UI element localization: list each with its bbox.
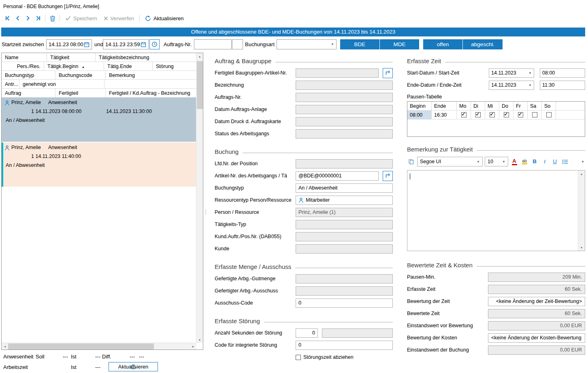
column-header-taetigkeitsbezeichnung[interactable]: Tätigkeitsbezeichnung: [96, 53, 196, 62]
last-record-button[interactable]: [33, 13, 43, 23]
grid-vertical-scrollbar[interactable]: ▲ ▼: [196, 53, 203, 343]
scroll-down-icon[interactable]: ▼: [196, 337, 203, 343]
stoerung-sekunden-input[interactable]: 0: [296, 328, 318, 338]
font-color-button[interactable]: A: [510, 157, 518, 166]
bullet-list-icon[interactable]: [561, 157, 569, 166]
column-header-taetigkeit[interactable]: Tätigkeit: [47, 53, 96, 62]
pausen-row[interactable]: 08:00 16:30: [407, 111, 585, 119]
artikel-nr-arbeitsgang-input[interactable]: @BDE@00000001: [296, 171, 379, 181]
time-filter-button[interactable]: [149, 39, 160, 49]
toolbar-overflow-icon[interactable]: ▼: [581, 160, 584, 164]
abgeschl-toggle-button[interactable]: abgeschl.: [463, 39, 503, 49]
editor-vertical-scrollbar[interactable]: ▲ ▼: [578, 171, 585, 251]
pause-sa-cell[interactable]: [528, 111, 542, 119]
column-header-taetigk-beginn[interactable]: Tätigk.Beginn▲: [44, 62, 104, 71]
mi-checkbox[interactable]: [490, 112, 495, 117]
column-header-pers-res[interactable]: Pers./Res.: [2, 62, 44, 71]
bold-button[interactable]: B: [530, 157, 539, 166]
pause-col-mi[interactable]: Mi: [485, 102, 499, 111]
refresh-button[interactable]: Aktualisieren: [142, 13, 187, 23]
ressourcentyp-select[interactable]: Mitarbeiter: [296, 196, 393, 205]
buchungstyp-input[interactable]: An / Abwesenheit: [296, 183, 393, 193]
start-time-input[interactable]: 08:00: [540, 68, 585, 78]
bde-toggle-button[interactable]: BDE: [340, 39, 379, 49]
column-header-name[interactable]: Name: [2, 53, 47, 62]
booking-row[interactable]: Prinz, Amelie Anwesenheit 1 14.11.2023 0…: [2, 98, 196, 142]
pause-so-cell[interactable]: [542, 111, 556, 119]
pause-beginn-cell[interactable]: 08:00: [407, 111, 432, 119]
highlight-button[interactable]: ab: [520, 157, 528, 166]
discard-button[interactable]: Verwerfen: [100, 13, 138, 23]
column-header-bemerkung[interactable]: Bemerkung: [106, 71, 196, 80]
summary-refresh-button[interactable]: Aktualisieren: [109, 362, 158, 371]
save-button[interactable]: Speichern: [62, 13, 100, 23]
fr-checkbox[interactable]: [518, 112, 523, 117]
delete-button[interactable]: [47, 13, 58, 23]
scroll-left-icon[interactable]: ◄: [2, 343, 8, 350]
pause-do-cell[interactable]: [499, 111, 513, 119]
scroll-right-icon[interactable]: ►: [190, 343, 196, 350]
stoerung-code-input[interactable]: 0: [296, 341, 393, 350]
pause-mo-cell[interactable]: [457, 111, 471, 119]
pause-di-cell[interactable]: [471, 111, 485, 119]
panel-splitter[interactable]: ⋮: [204, 202, 208, 221]
auftrags-nr-input[interactable]: [194, 39, 232, 49]
booking-row[interactable]: Prinz, Amelie Anwesenheit 1 14.11.2023 1…: [2, 143, 196, 187]
calendar-icon[interactable]: [84, 42, 89, 47]
column-header-fertigteil[interactable]: Fertigteil: [55, 89, 106, 98]
scroll-up-icon[interactable]: ▲: [578, 171, 585, 177]
ausschuss-code-input[interactable]: 0: [296, 298, 393, 308]
start-datetime-input[interactable]: 14.11.23 08:00: [46, 39, 92, 49]
column-header-genehmigt-von[interactable]: genehmigt von: [19, 80, 104, 89]
first-record-button[interactable]: [2, 13, 13, 23]
underline-button[interactable]: U: [551, 157, 559, 166]
buchungsart-select[interactable]: ▼: [277, 39, 337, 49]
jump-to-button[interactable]: [383, 68, 393, 78]
column-header-auftrag[interactable]: Auftrag: [2, 89, 55, 98]
pause-col-so[interactable]: So: [542, 102, 556, 111]
scrollbar-thumb[interactable]: [197, 61, 203, 109]
jump-to-button[interactable]: [383, 171, 393, 181]
auftrags-nr-suffix-input[interactable]: [232, 39, 243, 49]
paste-icon[interactable]: [407, 157, 415, 166]
end-datetime-input[interactable]: 14.11.23 23:59: [103, 39, 149, 49]
do-checkbox[interactable]: [504, 112, 509, 117]
pause-fr-cell[interactable]: [513, 111, 528, 119]
pause-col-sa[interactable]: Sa: [528, 102, 542, 111]
column-header-buchungstyp[interactable]: Buchungstyp: [2, 71, 55, 80]
remark-editor[interactable]: ▲ ▼: [407, 170, 585, 251]
pause-col-do[interactable]: Do: [499, 102, 513, 111]
column-header-taetig-ende[interactable]: Tätig.Ende: [104, 62, 153, 71]
end-time-input[interactable]: 11:30: [540, 81, 585, 90]
offen-toggle-button[interactable]: offen: [423, 39, 462, 49]
stoerungszeit-checkbox[interactable]: [296, 355, 301, 360]
pause-mi-cell[interactable]: [485, 111, 499, 119]
column-header-fertigteil-bezeichnung[interactable]: Fertigteil / Kd.Auftrag - Bezeichnung: [106, 89, 196, 98]
next-record-button[interactable]: [23, 13, 33, 23]
pause-col-di[interactable]: Di: [471, 102, 485, 111]
pause-col-beginn[interactable]: Beginn: [407, 102, 432, 111]
pause-col-ende[interactable]: Ende: [432, 102, 457, 111]
italic-button[interactable]: I: [541, 157, 549, 166]
column-header-antrag[interactable]: Antr...: [2, 80, 19, 89]
mo-checkbox[interactable]: [461, 112, 467, 117]
font-size-select[interactable]: 10▼: [485, 157, 508, 166]
grid-horizontal-scrollbar[interactable]: ◄ ►: [2, 343, 196, 350]
pause-ende-cell[interactable]: 16:30: [432, 111, 457, 119]
bewertung-kosten-input[interactable]: <keine Änderung der Kosten-Bewertung: [488, 333, 585, 343]
start-date-select[interactable]: 14.11.2023▼: [489, 68, 534, 78]
scrollbar-thumb[interactable]: [8, 343, 154, 350]
mde-toggle-button[interactable]: MDE: [380, 39, 419, 49]
column-header-buchungscode[interactable]: Buchungscode: [55, 71, 106, 80]
previous-record-button[interactable]: [13, 13, 23, 23]
end-date-select[interactable]: 14.11.2023▼: [489, 81, 534, 90]
pause-col-mo[interactable]: Mo: [457, 102, 471, 111]
column-header-stoerung[interactable]: Störung: [153, 62, 196, 71]
bewertung-zeit-input[interactable]: <keine Änderung der Zeit-Bewertung>: [488, 297, 585, 306]
di-checkbox[interactable]: [475, 112, 481, 117]
so-checkbox[interactable]: [546, 112, 552, 117]
scroll-down-icon[interactable]: ▼: [578, 244, 585, 251]
sa-checkbox[interactable]: [532, 112, 537, 117]
pause-col-fr[interactable]: Fr: [513, 102, 528, 111]
scroll-up-icon[interactable]: ▲: [196, 53, 203, 60]
